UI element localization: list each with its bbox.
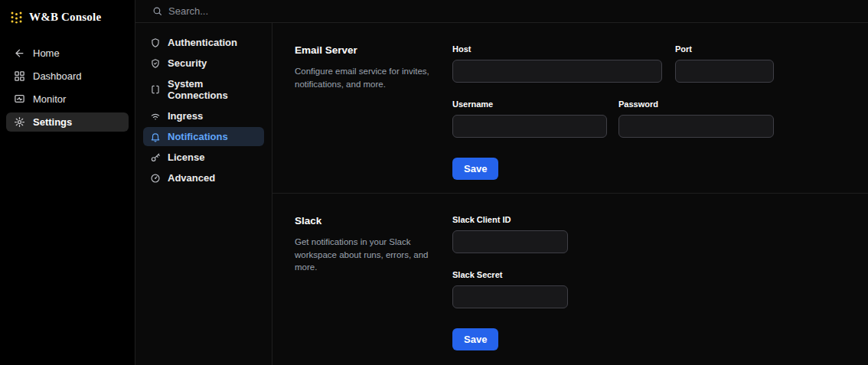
nav-label: Settings [33, 116, 72, 128]
gear-icon [14, 116, 25, 128]
main-nav: Home Dashboard Monitor Settings [0, 44, 135, 132]
bell-icon [150, 132, 161, 142]
host-label: Host [452, 44, 662, 54]
subnav-item-ingress[interactable]: Ingress [143, 106, 264, 125]
subnav-label: License [168, 152, 204, 163]
section-title: Email Server [295, 44, 437, 56]
slack-client-id-input[interactable] [452, 230, 568, 253]
subnav-label: System Connections [168, 78, 257, 101]
username-input[interactable] [452, 115, 607, 138]
shield-check-icon [150, 58, 161, 69]
username-label: Username [452, 99, 607, 109]
top-search-bar [135, 0, 868, 23]
nav-label: Monitor [33, 93, 66, 105]
subnav-item-authentication[interactable]: Authentication [143, 33, 264, 52]
subnav-item-security[interactable]: Security [143, 54, 264, 73]
slack-client-id-label: Slack Client ID [452, 215, 568, 224]
grid-icon [14, 70, 25, 82]
subnav-label: Advanced [168, 172, 215, 184]
subnav-label: Authentication [168, 37, 237, 48]
subnav-item-system-connections[interactable]: System Connections [143, 74, 264, 105]
email-server-section: Email Server Configure email service for… [272, 23, 868, 193]
subnav-item-notifications[interactable]: Notifications [143, 127, 264, 146]
monitor-icon [14, 93, 25, 105]
password-label: Password [618, 99, 774, 109]
section-description: Configure email service for invites, not… [295, 65, 437, 90]
nav-item-home[interactable]: Home [6, 44, 129, 63]
brand: W&B Console [0, 11, 135, 24]
password-input[interactable] [618, 115, 774, 138]
wandb-logo-icon [10, 11, 23, 24]
section-title: Slack [295, 215, 437, 226]
slack-section: Slack Get notifications in your Slack wo… [272, 193, 868, 363]
slack-form: Slack Client ID Slack Secret Save [452, 215, 568, 350]
slack-secret-label: Slack Secret [452, 270, 568, 279]
nav-label: Home [33, 47, 60, 59]
main-sidebar: W&B Console Home Dashboard Monitor [0, 0, 135, 365]
search-input[interactable] [168, 5, 490, 17]
settings-subnav: Authentication Security System Connectio… [135, 23, 272, 365]
subnav-item-license[interactable]: License [143, 148, 264, 167]
email-save-button[interactable]: Save [452, 158, 498, 180]
settings-content: Email Server Configure email service for… [272, 23, 868, 365]
nav-label: Dashboard [33, 70, 82, 82]
section-description: Get notifications in your Slack workspac… [295, 236, 437, 274]
nav-item-dashboard[interactable]: Dashboard [6, 67, 129, 86]
subnav-label: Ingress [168, 110, 203, 122]
wifi-icon [150, 111, 161, 122]
subnav-label: Security [168, 57, 207, 69]
brackets-icon [150, 84, 161, 95]
slack-secret-input[interactable] [452, 285, 568, 308]
port-label: Port [675, 44, 774, 54]
subnav-label: Notifications [168, 131, 228, 142]
dial-icon [150, 173, 161, 184]
subnav-item-advanced[interactable]: Advanced [143, 168, 264, 187]
app-window: W&B Console Home Dashboard Monitor [0, 0, 868, 365]
nav-item-settings[interactable]: Settings [6, 112, 129, 132]
host-input[interactable] [452, 60, 662, 83]
port-input[interactable] [675, 60, 774, 83]
key-icon [150, 152, 161, 163]
search-icon [152, 6, 162, 16]
email-server-form: Host Port Username [452, 44, 774, 180]
arrow-left-icon [14, 47, 25, 59]
main-area: Authentication Security System Connectio… [135, 0, 868, 365]
shield-icon [150, 37, 161, 48]
slack-save-button[interactable]: Save [452, 328, 498, 350]
app-title: W&B Console [29, 11, 101, 24]
nav-item-monitor[interactable]: Monitor [6, 90, 129, 109]
